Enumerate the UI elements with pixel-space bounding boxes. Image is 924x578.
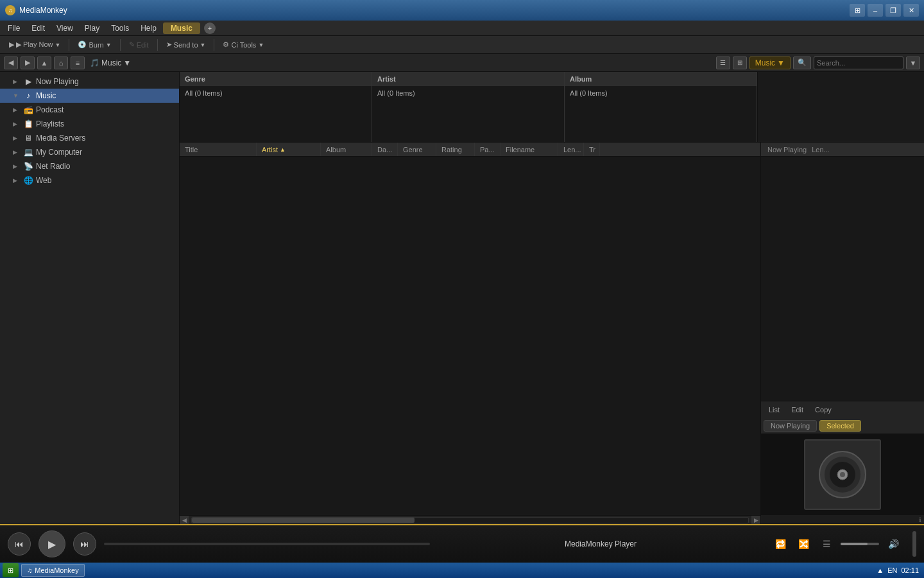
scroll-thumb[interactable] xyxy=(192,518,415,523)
music-dropdown[interactable]: Music ▼ xyxy=(749,57,791,69)
artist-pane-body[interactable]: All (0 Items) xyxy=(372,86,564,142)
add-tab-button[interactable]: + xyxy=(204,22,216,34)
menu-tools[interactable]: Tools xyxy=(106,22,134,34)
sidebar-item-my-computer[interactable]: ▶ 💻 My Computer xyxy=(0,145,179,159)
search-expand-button[interactable]: ▼ xyxy=(906,57,920,69)
minimize-button[interactable]: ⊞ xyxy=(850,4,865,17)
burn-arrow[interactable]: ▼ xyxy=(106,42,112,48)
next-button[interactable]: ⏭ xyxy=(73,532,96,556)
col-filename[interactable]: Filename xyxy=(501,143,558,156)
tray-arrow[interactable]: ▲ xyxy=(877,566,884,574)
sidebar-item-media-servers[interactable]: ▶ 🖥 Media Servers xyxy=(0,131,179,145)
ci-tools-arrow[interactable]: ▼ xyxy=(258,42,264,48)
breadcrumb-music[interactable]: 🎵 Music ▼ xyxy=(90,58,131,67)
volume-slider[interactable] xyxy=(841,543,879,545)
play-button[interactable]: ▶ xyxy=(38,530,65,557)
artist-pane-header[interactable]: Artist xyxy=(372,72,564,86)
tab-now-playing[interactable]: Now Playing xyxy=(764,420,817,432)
horizontal-scrollbar[interactable]: ◀ ▶ xyxy=(180,515,760,524)
scroll-track[interactable] xyxy=(191,517,749,523)
prev-button[interactable]: ⏮ xyxy=(8,532,31,556)
menu-help[interactable]: Help xyxy=(135,22,162,34)
expand-arrow-now-playing: ▶ xyxy=(13,78,21,85)
artist-all-item[interactable]: All (0 Items) xyxy=(377,88,559,98)
scroll-left-button[interactable]: ◀ xyxy=(180,516,189,525)
np-tab-bar: Now Playing Selected xyxy=(761,417,924,434)
album-pane-body[interactable]: All (0 Items) xyxy=(565,86,757,142)
sidebar-item-now-playing[interactable]: ▶ ▶ Now Playing xyxy=(0,74,179,89)
restore-button[interactable]: – xyxy=(868,4,883,17)
play-now-button[interactable]: ▶ ▶ Play Now ▼ xyxy=(4,39,65,50)
sidebar-label-media-servers: Media Servers xyxy=(36,134,85,143)
col-album[interactable]: Album xyxy=(321,143,372,156)
col-date[interactable]: Da... xyxy=(372,143,398,156)
shuffle-button[interactable]: 🔀 xyxy=(794,535,812,553)
genre-pane-body[interactable]: All (0 Items) xyxy=(180,86,372,142)
title-bar-left: ♫ MediaMonkey xyxy=(5,5,67,15)
player-title: MediaMonkey Player xyxy=(438,539,764,548)
menu-file[interactable]: File xyxy=(3,22,25,34)
album-all-item[interactable]: All (0 Items) xyxy=(570,88,751,98)
genre-pane-header[interactable]: Genre xyxy=(180,72,372,86)
start-button[interactable]: ⊞ xyxy=(3,563,19,577)
view-list-button[interactable]: ☰ xyxy=(716,57,730,69)
maximize-button[interactable]: ❐ xyxy=(886,4,901,17)
edit-button[interactable]: ✎ Edit xyxy=(124,39,154,50)
taskbar-mediamonkey-item[interactable]: ♫ MediaMonkey xyxy=(21,564,85,577)
nav-forward-button[interactable]: ▶ xyxy=(21,57,35,69)
panel-drag-handle[interactable] xyxy=(912,531,916,557)
sidebar-item-music[interactable]: ▼ ♪ Music xyxy=(0,89,179,103)
expand-arrow-media-servers: ▶ xyxy=(13,135,21,141)
tab-selected[interactable]: Selected xyxy=(819,420,861,432)
breadcrumb-arrow: ▼ xyxy=(123,58,131,67)
volume-button[interactable]: 🔊 xyxy=(884,535,902,553)
close-button[interactable]: ✕ xyxy=(903,4,919,17)
edit-icon: ✎ xyxy=(129,40,135,49)
menu-music-tab[interactable]: Music xyxy=(163,22,200,34)
repeat-button[interactable]: 🔁 xyxy=(771,535,789,553)
album-art-section xyxy=(761,434,924,515)
col-date-label: Da... xyxy=(377,146,392,153)
col-path[interactable]: Pa... xyxy=(475,143,501,156)
menu-view[interactable]: View xyxy=(51,22,78,34)
burn-button[interactable]: 💿 Burn ▼ xyxy=(73,39,116,50)
np-col-nowplaying[interactable]: Now Playing xyxy=(765,146,809,153)
sidebar-item-podcast[interactable]: ▶ 📻 Podcast xyxy=(0,103,179,117)
sidebar-item-playlists[interactable]: ▶ 📋 Playlists xyxy=(0,117,179,131)
sidebar-item-net-radio[interactable]: ▶ 📡 Net Radio xyxy=(0,159,179,173)
col-rating[interactable]: Rating xyxy=(436,143,475,156)
expand-arrow-net-radio: ▶ xyxy=(13,163,21,170)
send-to-arrow[interactable]: ▼ xyxy=(200,42,206,48)
list-button[interactable]: List xyxy=(764,405,785,415)
view-grid-button[interactable]: ⊞ xyxy=(733,57,747,69)
player-bar: ⏮ ▶ ⏭ MediaMonkey Player 🔁 🔀 ☰ 🔊 xyxy=(0,524,924,563)
np-col-length[interactable]: Len... xyxy=(809,146,832,153)
sidebar-item-web[interactable]: ▶ 🌐 Web xyxy=(0,173,179,188)
artist-label: Artist xyxy=(377,75,396,83)
np-list-body[interactable] xyxy=(761,157,924,401)
nav-home-button[interactable]: ⌂ xyxy=(54,57,68,69)
col-track[interactable]: Tr xyxy=(584,143,600,156)
play-now-arrow[interactable]: ▼ xyxy=(55,42,61,48)
album-pane-header[interactable]: Album xyxy=(565,72,757,86)
col-title[interactable]: Title xyxy=(180,143,257,156)
nav-back-button[interactable]: ◀ xyxy=(4,57,18,69)
playlist-button[interactable]: ☰ xyxy=(817,535,835,553)
np-edit-button[interactable]: Edit xyxy=(786,405,809,415)
col-genre[interactable]: Genre xyxy=(398,143,436,156)
send-to-button[interactable]: ➤ Send to ▼ xyxy=(161,39,211,50)
col-artist[interactable]: Artist ▲ xyxy=(257,143,321,156)
nav-up-button[interactable]: ▲ xyxy=(37,57,51,69)
track-list-body[interactable] xyxy=(180,157,760,515)
nav-toggle-button[interactable]: ≡ xyxy=(71,57,85,69)
menu-play[interactable]: Play xyxy=(80,22,105,34)
col-length[interactable]: Len... xyxy=(558,143,584,156)
genre-all-item[interactable]: All (0 Items) xyxy=(185,88,366,98)
copy-button[interactable]: Copy xyxy=(810,405,837,415)
menu-edit[interactable]: Edit xyxy=(26,22,50,34)
scroll-right-button[interactable]: ▶ xyxy=(751,516,760,525)
player-progress-bar[interactable] xyxy=(104,543,430,545)
ci-tools-button[interactable]: ⚙ Ci Tools ▼ xyxy=(218,39,269,50)
search-input[interactable] xyxy=(814,57,903,69)
search-button[interactable]: 🔍 xyxy=(793,57,811,69)
